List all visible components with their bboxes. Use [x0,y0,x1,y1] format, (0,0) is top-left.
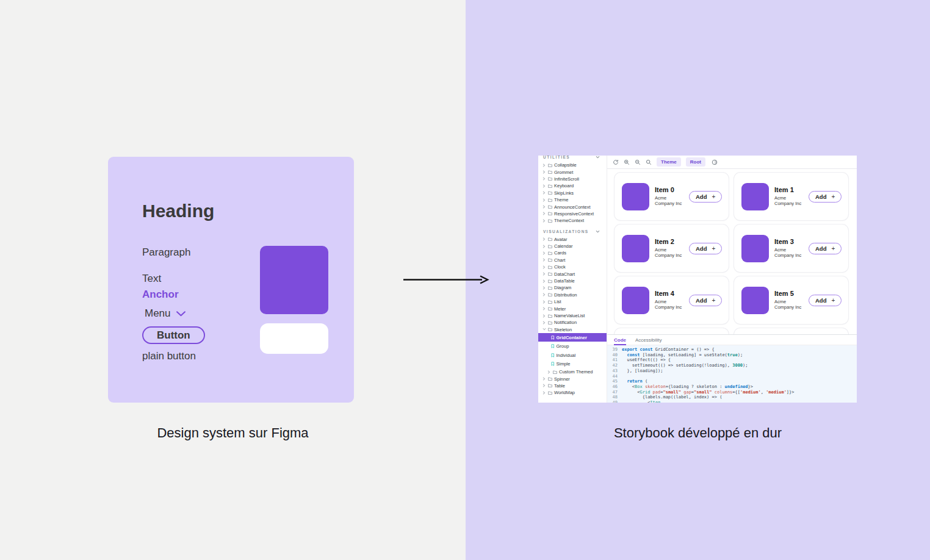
expander-icon[interactable] [542,300,546,304]
expander-icon[interactable] [542,391,546,395]
sidebar-item-skeleton[interactable]: Skeleton [538,326,607,333]
expander-icon[interactable] [542,219,546,223]
sidebar-item-distribution[interactable]: Distribution [538,292,607,298]
code-text: const [loading, setLoading] = useState(t… [622,353,743,358]
expander-icon[interactable] [542,184,546,188]
add-button[interactable]: Add+ [689,295,722,306]
sidebar-section-utilities[interactable]: UTILITIES [543,156,600,160]
plus-icon: + [831,297,835,304]
sidebar-item-label: Notification [554,320,577,325]
background-toggle-icon[interactable] [712,159,718,165]
add-button[interactable]: Add+ [809,295,842,306]
line-number: 49 [607,400,618,403]
code-text: setTimeout(() => setLoading(!loading), 3… [622,363,748,368]
expander-icon[interactable] [542,265,546,269]
add-button[interactable]: Add+ [809,191,842,203]
card-image-placeholder [741,287,769,314]
sidebar-story-gridcontainer[interactable]: GridContainer [538,333,607,342]
expander-icon[interactable] [542,191,546,195]
sidebar-item-chart[interactable]: Chart [538,257,607,264]
sidebar-story-simple[interactable]: Simple [538,359,607,368]
plus-icon: + [831,193,835,200]
add-button[interactable]: Add+ [689,191,722,203]
sidebar-item-label: Theme [554,197,568,203]
add-button-label: Add [696,245,707,252]
expander-icon[interactable] [542,384,546,387]
sidebar-item-spinner[interactable]: Spinner [538,375,607,382]
sidebar-item-infinitescroll[interactable]: InfiniteScroll [538,176,607,182]
line-number: 42 [607,363,618,368]
sidebar-item-theme[interactable]: Theme [538,196,607,203]
expander-icon[interactable] [542,377,546,381]
zoom-reset-icon[interactable] [646,159,652,165]
sidebar-item-themecontext[interactable]: ThemeContext [538,217,607,224]
sidebar-item-skiplinks[interactable]: SkipLinks [538,190,607,196]
collapse-section-icon[interactable] [596,230,600,233]
sidebar-item-announcecontext[interactable]: AnnounceContext [538,203,607,210]
expander-icon[interactable] [542,258,546,262]
sidebar-item-list[interactable]: List [538,298,607,305]
sidebar-section-visualizations[interactable]: VISUALIZATIONS [543,228,600,235]
zoom-in-icon[interactable] [624,159,630,165]
expander-icon[interactable] [542,307,546,311]
sidebar-item-cards[interactable]: Cards [538,249,607,256]
sidebar-item-collapsible[interactable]: Collapsible [538,162,607,168]
sidebar-item-label: NameValueList [554,313,585,318]
tab-code[interactable]: Code [614,335,626,345]
collapse-section-icon[interactable] [596,156,600,159]
expander-icon[interactable] [547,370,551,374]
anchor-sample[interactable]: Anchor [142,289,179,301]
toolbar-chip-root[interactable]: Root [686,157,705,167]
expander-icon[interactable] [542,237,546,241]
sidebar-item-worldmap[interactable]: WorldMap [538,389,607,396]
sidebar-item-label: Group [557,343,569,349]
remount-icon[interactable] [613,159,619,165]
sidebar-item-namevaluelist[interactable]: NameValueList [538,312,607,319]
sidebar-item-keyboard[interactable]: Keyboard [538,182,607,189]
expander-icon[interactable] [542,286,546,290]
sidebar-item-clock[interactable]: Clock [538,264,607,270]
folder-icon [548,377,552,381]
sidebar-story-individual[interactable]: Individual [538,351,607,360]
expander-icon[interactable] [542,212,546,215]
expander-icon[interactable] [542,272,546,276]
sidebar-item-datachart[interactable]: DataChart [538,270,607,277]
expander-icon[interactable] [542,245,546,248]
add-button[interactable]: Add+ [689,243,722,254]
sidebar-item-datatable[interactable]: DataTable [538,278,607,284]
plain-button-sample[interactable]: plain button [142,350,196,362]
menu-sample[interactable]: Menu [145,307,186,320]
folder-icon [548,272,552,276]
sidebar-item-notification[interactable]: Notification [538,319,607,326]
folder-icon [548,219,552,223]
add-button[interactable]: Add+ [809,243,842,254]
zoom-out-icon[interactable] [635,159,641,165]
expander-icon[interactable] [542,163,546,167]
folder-icon [548,163,552,167]
expander-icon[interactable] [542,321,546,325]
expander-icon[interactable] [542,205,546,209]
expander-icon[interactable] [542,279,546,283]
expander-icon[interactable] [542,314,546,318]
button-sample[interactable]: Button [142,326,205,344]
expander-icon[interactable] [542,198,546,202]
sidebar-item-avatar[interactable]: Avatar [538,236,607,243]
toolbar-chip-theme[interactable]: Theme [657,157,681,167]
sidebar-item-label: Chart [554,257,565,263]
sidebar-item-calendar[interactable]: Calendar [538,243,607,249]
sidebar-item-custom-themed[interactable]: Custom Themed [538,368,607,375]
folder-icon [548,307,552,311]
tab-accessibility[interactable]: Accessibility [635,335,662,345]
expander-icon[interactable] [542,328,546,331]
sidebar-item-grommet[interactable]: Grommet [538,168,607,175]
sidebar-item-table[interactable]: Table [538,382,607,389]
sidebar-item-diagram[interactable]: Diagram [538,284,607,291]
expander-icon[interactable] [542,293,546,296]
sidebar-item-responsivecontext[interactable]: ResponsiveContext [538,210,607,217]
sidebar-item-meter[interactable]: Meter [538,305,607,312]
expander-icon[interactable] [542,170,546,174]
expander-icon[interactable] [542,251,546,255]
sidebar-story-group[interactable]: Group [538,342,607,351]
card-subtitle: Acme Company Inc [655,299,683,311]
expander-icon[interactable] [542,177,546,181]
